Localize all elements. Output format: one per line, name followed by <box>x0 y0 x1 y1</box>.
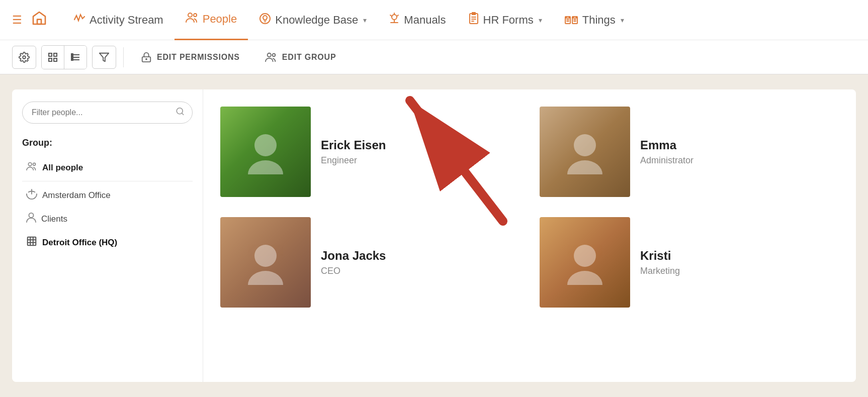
person-photo-erick <box>220 107 311 197</box>
nav-item-knowledge-base[interactable]: Knowledge Base ▾ <box>248 0 378 40</box>
svg-point-53 <box>567 160 602 174</box>
list-view-button[interactable] <box>64 46 86 69</box>
hr-forms-label: HR Forms <box>483 14 534 27</box>
svg-rect-33 <box>71 59 73 60</box>
svg-rect-26 <box>49 58 52 61</box>
svg-point-2 <box>194 14 197 17</box>
edit-permissions-label: EDIT PERMISSIONS <box>157 53 240 62</box>
nav-item-things[interactable]: Things ▾ <box>553 0 635 40</box>
hr-forms-icon <box>468 12 479 28</box>
svg-rect-31 <box>71 54 73 55</box>
svg-rect-24 <box>49 53 52 56</box>
person-name-erick: Erick Eisen <box>321 138 519 152</box>
person-info-kristi: Kristi Marketing <box>640 249 839 276</box>
svg-rect-45 <box>28 237 36 246</box>
knowledge-base-icon <box>259 13 271 28</box>
settings-button[interactable] <box>12 46 36 69</box>
clients-label: Clients <box>41 214 67 224</box>
person-info-erick: Erick Eisen Engineer <box>321 138 519 166</box>
knowledge-base-dropdown-icon: ▾ <box>363 16 367 24</box>
things-icon <box>564 13 578 28</box>
sidebar-item-clients[interactable]: Clients <box>22 207 193 231</box>
person-card-emma[interactable]: Emma Administrator <box>535 102 844 202</box>
svg-point-23 <box>23 56 26 59</box>
hamburger-icon[interactable]: ☰ <box>12 14 22 27</box>
svg-line-9 <box>390 15 392 16</box>
manuals-icon <box>389 13 400 28</box>
svg-rect-0 <box>37 20 41 24</box>
home-icon[interactable] <box>31 10 47 30</box>
edit-group-label: EDIT GROUP <box>282 53 336 62</box>
sidebar: Group: All people <box>12 89 203 382</box>
svg-rect-18 <box>573 17 576 18</box>
person-photo-kristi <box>540 217 630 308</box>
sidebar-item-detroit-office[interactable]: Detroit Office (HQ) <box>22 231 193 254</box>
person-role-jona: CEO <box>321 266 519 276</box>
person-card-kristi[interactable]: Kristi Marketing <box>535 212 844 313</box>
person-photo-jona <box>220 217 311 308</box>
svg-point-56 <box>574 245 596 267</box>
activity-stream-label: Activity Stream <box>90 14 163 27</box>
svg-point-36 <box>146 58 147 59</box>
person-card-jona[interactable]: Jona Jacks CEO <box>215 212 525 313</box>
nav-item-activity-stream[interactable]: Activity Stream <box>62 0 175 40</box>
all-people-icon <box>26 161 37 174</box>
sidebar-item-all-people[interactable]: All people <box>22 156 193 179</box>
people-icon <box>186 12 199 27</box>
detroit-office-label: Detroit Office (HQ) <box>42 238 117 248</box>
sidebar-item-amsterdam-office[interactable]: Amsterdam Office <box>22 183 193 207</box>
detroit-office-icon <box>26 236 37 249</box>
main-content: Group: All people <box>0 74 868 397</box>
svg-rect-27 <box>54 58 57 61</box>
person-info-emma: Emma Administrator <box>640 138 839 166</box>
things-label: Things <box>582 14 616 27</box>
filter-people-input[interactable] <box>22 102 193 124</box>
svg-rect-25 <box>54 53 57 56</box>
svg-point-1 <box>188 13 192 17</box>
svg-point-37 <box>267 53 271 56</box>
filter-button[interactable] <box>92 46 116 69</box>
edit-permissions-button[interactable]: EDIT PERMISSIONS <box>131 48 250 67</box>
top-navigation: ☰ Activity Stream People <box>0 0 868 40</box>
svg-point-57 <box>567 271 602 285</box>
knowledge-base-label: Knowledge Base <box>275 14 358 27</box>
svg-point-54 <box>254 245 277 267</box>
svg-rect-16 <box>566 17 569 18</box>
svg-marker-34 <box>100 53 109 61</box>
edit-group-button[interactable]: EDIT GROUP <box>255 48 346 67</box>
person-photo-emma <box>540 107 630 197</box>
things-dropdown-icon: ▾ <box>621 16 624 24</box>
svg-point-55 <box>248 271 283 285</box>
people-label: People <box>203 13 237 26</box>
person-info-jona: Jona Jacks CEO <box>321 249 519 276</box>
nav-item-hr-forms[interactable]: HR Forms ▾ <box>457 0 553 40</box>
person-role-erick: Engineer <box>321 155 519 166</box>
view-toggle-group <box>41 45 87 69</box>
svg-point-50 <box>254 134 277 156</box>
toolbar-separator <box>123 47 124 67</box>
group-divider-1 <box>22 181 193 181</box>
person-name-jona: Jona Jacks <box>321 249 519 263</box>
svg-point-44 <box>29 213 33 218</box>
svg-point-51 <box>248 160 283 174</box>
svg-rect-32 <box>71 56 73 58</box>
person-name-emma: Emma <box>640 138 839 152</box>
svg-point-52 <box>574 134 596 156</box>
svg-point-42 <box>33 163 36 165</box>
all-people-label: All people <box>42 163 83 173</box>
svg-point-41 <box>28 163 32 166</box>
grid-view-button[interactable] <box>42 46 64 69</box>
nav-item-people[interactable]: People <box>175 0 248 40</box>
person-card-erick[interactable]: Erick Eisen Engineer <box>215 102 525 202</box>
hr-forms-dropdown-icon: ▾ <box>539 16 542 24</box>
amsterdam-office-icon <box>26 188 37 202</box>
toolbar: EDIT PERMISSIONS EDIT GROUP <box>0 40 868 74</box>
person-role-kristi: Marketing <box>640 266 839 276</box>
activity-stream-icon <box>73 13 85 28</box>
person-name-kristi: Kristi <box>640 249 839 263</box>
amsterdam-office-label: Amsterdam Office <box>42 190 111 201</box>
filter-search-icon <box>176 107 185 119</box>
svg-line-10 <box>397 15 399 16</box>
svg-point-5 <box>392 15 397 20</box>
nav-item-manuals[interactable]: Manuals <box>378 0 457 40</box>
